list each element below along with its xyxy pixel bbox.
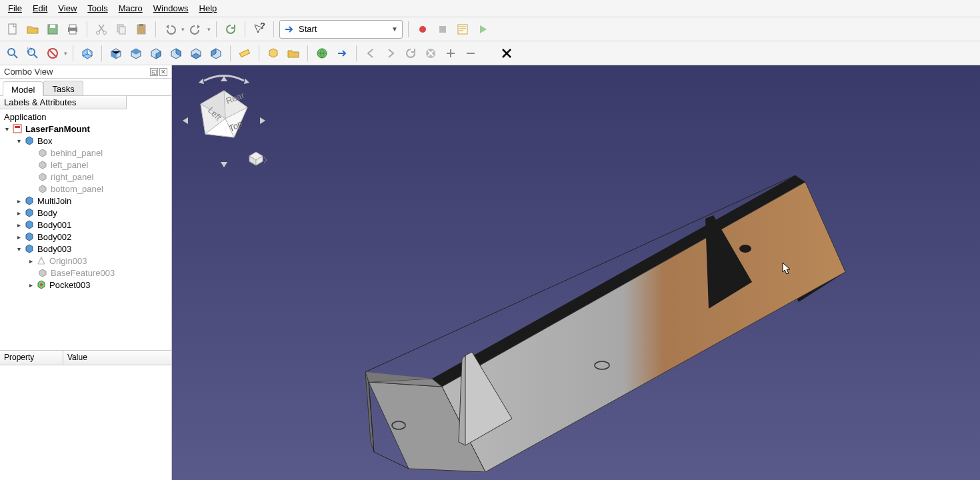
tree-body003[interactable]: ▾ Body003 [0,243,171,255]
view-front-button[interactable] [107,45,125,62]
svg-rect-9 [119,27,125,34]
view-top-button[interactable] [127,45,145,62]
new-document-button[interactable] [4,21,21,38]
undo-button[interactable] [161,21,179,38]
tree-body002[interactable]: ▸ Body002 [0,231,171,243]
tree-multijoin[interactable]: ▸ MultiJoin [0,195,171,207]
view-left-button[interactable] [207,45,225,62]
macro-list-button[interactable] [454,21,471,38]
body-icon [24,207,35,218]
feature-icon [37,159,48,170]
svg-rect-23 [13,125,21,133]
combo-view-panel: Combo View ◱ ✕ Model Tasks Labels & Attr… [0,65,172,480]
tree-behind-panel[interactable]: behind_panel [0,147,171,159]
chevron-down-icon: ▼ [391,25,398,33]
workbench-label: Start [299,24,317,34]
panel-close-icon[interactable]: ✕ [159,68,167,76]
view-bottom-button[interactable] [187,45,205,62]
menu-windows[interactable]: Windows [148,1,194,15]
zoom-fit-button[interactable] [4,45,21,62]
part-icon [24,135,35,146]
property-col-val[interactable]: Value [63,351,91,365]
tree-body001[interactable]: ▸ Body001 [0,219,171,231]
svg-point-7 [103,31,107,34]
create-group-button[interactable] [285,45,302,62]
copy-button[interactable] [113,21,130,38]
tree-pocket003[interactable]: ▸ Pocket003 [0,279,171,291]
navcube-right-arrow[interactable] [260,117,265,124]
tab-tasks[interactable]: Tasks [43,81,83,95]
web-button[interactable] [313,45,331,62]
tree-basefeature003[interactable]: BaseFeature003 [0,267,171,279]
navcube-down-arrow[interactable] [221,162,227,167]
tree-box[interactable]: ▾ Box [0,135,171,147]
3d-viewport[interactable]: Rear Left Top [172,65,980,480]
svg-rect-10 [137,25,145,34]
navcube-home-icon[interactable] [249,152,263,165]
main-area: Combo View ◱ ✕ Model Tasks Labels & Attr… [0,65,980,480]
tree-bottom-panel[interactable]: bottom_panel [0,183,171,195]
svg-point-16 [8,49,15,55]
tree-doc[interactable]: ▾ LaserFanMount [0,123,171,135]
navcube-up-arrow[interactable] [221,76,227,81]
save-button[interactable] [44,21,61,38]
model-tree[interactable]: Application ▾ LaserFanMount ▾ Box behind… [0,109,171,350]
tree-right-panel[interactable]: right_panel [0,171,171,183]
model-render [265,99,865,472]
view-isometric-button[interactable] [79,45,96,62]
measure-button[interactable] [236,45,253,62]
combo-view-header: Combo View ◱ ✕ [0,65,171,79]
workbench-selector[interactable]: Start ▼ [279,20,403,39]
whats-this-button[interactable]: ? [251,21,268,38]
menu-tools[interactable]: Tools [82,1,113,15]
nav-forward-button[interactable] [382,45,399,62]
paste-button[interactable] [133,21,150,38]
zoom-out-button[interactable] [462,45,479,62]
labels-attributes-header[interactable]: Labels & Attributes [0,96,127,109]
view-right-button[interactable] [147,45,165,62]
refresh-button[interactable] [222,21,239,38]
tree-application[interactable]: Application [0,111,171,123]
create-part-button[interactable] [265,45,282,62]
navigation-cube[interactable]: Rear Left Top [177,71,271,171]
zoom-selection-button[interactable] [24,45,41,62]
svg-rect-24 [15,126,20,128]
nav-back-button[interactable] [362,45,379,62]
tree-body[interactable]: ▸ Body [0,207,171,219]
svg-rect-20 [239,49,249,57]
svg-point-25 [40,283,43,286]
svg-point-28 [739,245,751,253]
tab-model[interactable]: Model [3,81,43,96]
property-col-prop[interactable]: Property [0,351,63,365]
combo-tabs: Model Tasks [0,79,171,96]
tree-origin003[interactable]: ▸ Origin003 [0,255,171,267]
menu-edit[interactable]: Edit [27,1,53,15]
zoom-in-button[interactable] [442,45,459,62]
pocket-icon [36,279,47,290]
cut-button[interactable] [93,21,110,38]
navcube-left-arrow[interactable] [183,117,188,124]
draw-style-button[interactable] [44,45,61,62]
svg-rect-2 [50,25,55,28]
nav-stop-button[interactable] [422,45,439,62]
set-url-button[interactable] [333,45,351,62]
menu-help[interactable]: Help [194,1,223,15]
menu-file[interactable]: File [3,1,27,15]
svg-text:?: ? [260,23,265,31]
macro-record-button[interactable] [414,21,431,38]
macro-stop-button[interactable] [434,21,451,38]
redo-button[interactable] [187,21,205,38]
svg-point-13 [419,26,426,33]
menu-macro[interactable]: Macro [113,1,148,15]
tree-left-panel[interactable]: left_panel [0,159,171,171]
property-header: Property Value [0,351,171,365]
open-button[interactable] [24,21,41,38]
menu-view[interactable]: View [53,1,82,15]
nav-refresh-button[interactable] [402,45,419,62]
print-button[interactable] [64,21,81,38]
svg-rect-4 [69,25,76,28]
close-button[interactable] [498,45,515,62]
panel-float-icon[interactable]: ◱ [150,68,158,76]
view-rear-button[interactable] [167,45,185,62]
macro-play-button[interactable] [474,21,491,38]
